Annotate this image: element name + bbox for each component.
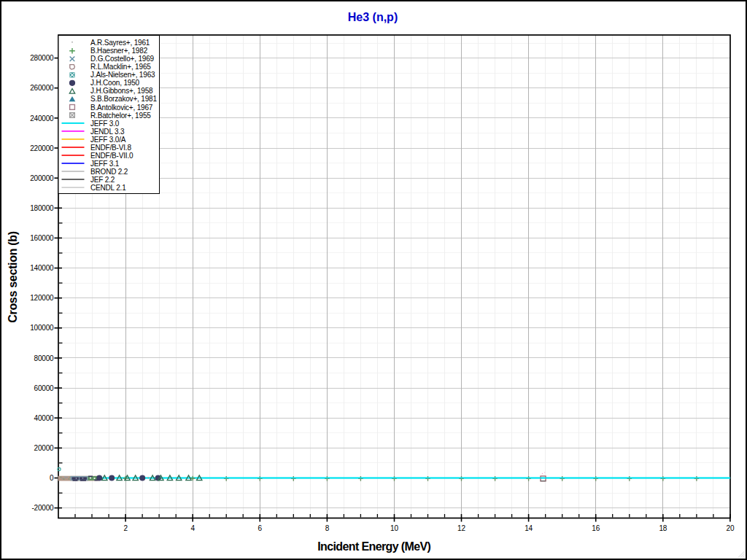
svg-text:2: 2 [123, 524, 128, 532]
svg-text:160000: 160000 [30, 234, 54, 242]
svg-text:0: 0 [50, 474, 54, 482]
svg-text:JEFF 3.0: JEFF 3.0 [90, 120, 120, 128]
svg-text:He3 (n,p): He3 (n,p) [348, 11, 398, 23]
svg-text:B.Haesner+, 1982: B.Haesner+, 1982 [90, 47, 148, 55]
svg-text:8: 8 [325, 524, 330, 532]
svg-text:18: 18 [659, 524, 667, 532]
svg-text:JEFF 3.0/A: JEFF 3.0/A [90, 136, 126, 144]
svg-text:BROND 2.2: BROND 2.2 [90, 168, 128, 176]
svg-text:280000: 280000 [30, 54, 54, 62]
svg-text:10: 10 [390, 524, 398, 532]
svg-text:60000: 60000 [34, 384, 55, 392]
svg-text:140000: 140000 [30, 264, 54, 272]
svg-text:220000: 220000 [30, 144, 54, 152]
svg-text:B.Antolkovic+, 1967: B.Antolkovic+, 1967 [90, 104, 153, 112]
svg-text:D.G.Costello+, 1969: D.G.Costello+, 1969 [90, 55, 155, 63]
svg-text:R.Batchelor+, 1955: R.Batchelor+, 1955 [90, 112, 151, 120]
svg-text:ENDF/B-VI.8: ENDF/B-VI.8 [90, 144, 131, 152]
svg-text:120000: 120000 [30, 294, 54, 302]
svg-text:-20000: -20000 [31, 504, 54, 512]
svg-text:240000: 240000 [30, 114, 54, 122]
svg-text:100000: 100000 [30, 324, 54, 332]
svg-text:Incident Energy (MeV): Incident Energy (MeV) [317, 540, 430, 553]
svg-text:JEFF 3.1: JEFF 3.1 [90, 160, 120, 168]
svg-text:6: 6 [258, 524, 263, 532]
svg-text:40000: 40000 [34, 414, 55, 422]
svg-text:J.H.Coon, 1950: J.H.Coon, 1950 [90, 79, 140, 87]
svg-text:JENDL 3.3: JENDL 3.3 [90, 128, 125, 136]
svg-text:JEF 2.2: JEF 2.2 [90, 176, 115, 184]
svg-text:J.Als-Nielsen+, 1963: J.Als-Nielsen+, 1963 [90, 71, 155, 79]
svg-text:14: 14 [525, 524, 533, 532]
svg-text:20: 20 [727, 524, 735, 532]
svg-text:Cross section (b): Cross section (b) [7, 231, 19, 323]
svg-text:180000: 180000 [30, 204, 54, 212]
svg-text:S.B.Borzakov+, 1981: S.B.Borzakov+, 1981 [90, 95, 157, 103]
svg-text:A.R.Sayres+, 1961: A.R.Sayres+, 1961 [90, 39, 150, 47]
svg-text:4: 4 [191, 524, 196, 532]
svg-text:CENDL 2.1: CENDL 2.1 [90, 184, 126, 192]
svg-text:12: 12 [457, 524, 465, 532]
svg-text:ENDF/B-VII.0: ENDF/B-VII.0 [90, 152, 133, 160]
svg-text:260000: 260000 [30, 84, 54, 92]
svg-text:200000: 200000 [30, 174, 54, 182]
svg-text:J.H.Gibbons+, 1958: J.H.Gibbons+, 1958 [90, 87, 153, 95]
svg-text:R.L.Macklin+, 1965: R.L.Macklin+, 1965 [90, 63, 151, 71]
svg-text:16: 16 [592, 524, 600, 532]
svg-text:80000: 80000 [34, 354, 55, 362]
svg-text:20000: 20000 [34, 444, 55, 452]
